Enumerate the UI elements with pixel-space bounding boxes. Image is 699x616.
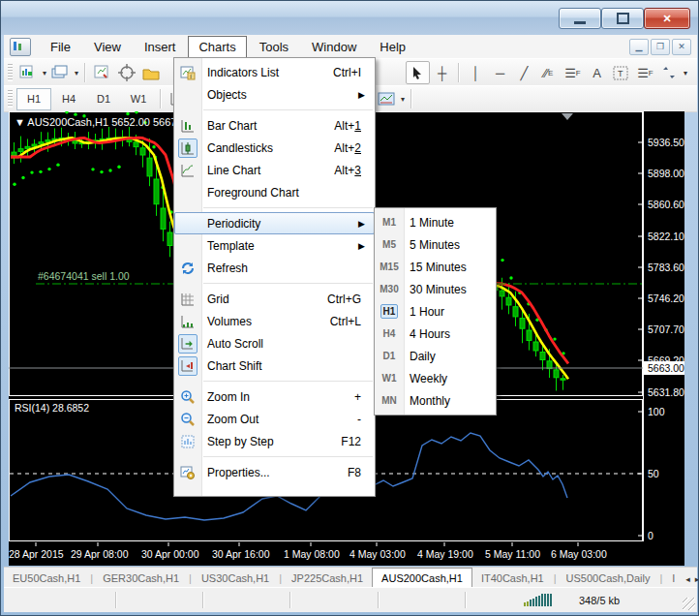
menu-tools[interactable]: Tools [249, 36, 299, 58]
chart-tab-aus200cash-h1[interactable]: AUS200Cash,H1 [372, 568, 472, 588]
menu-file[interactable]: File [40, 36, 81, 58]
chart-tab-jp225cash-h1[interactable]: JP225Cash,H1 [283, 570, 372, 588]
menu-item-shortcut: Ctrl+L [330, 315, 369, 328]
menu-item-properties[interactable]: Properties...F8 [174, 461, 375, 483]
mdi-restore-button[interactable]: ❐ [651, 39, 670, 55]
menu-item-candlesticks[interactable]: CandlesticksAlt+2 [174, 137, 375, 159]
connection-signal-icon [524, 594, 552, 606]
menu-item-shortcut: F12 [341, 435, 369, 448]
menu-view[interactable]: View [83, 36, 132, 58]
timeframe-h4-button[interactable]: H4 [51, 88, 86, 110]
menu-item-indicators-list[interactable]: fIndicators ListCtrl+I [174, 61, 375, 83]
menu-item-objects[interactable]: Objects▶ [174, 83, 375, 106]
text-label-button[interactable]: T [609, 61, 633, 84]
chart-tab-it40cash-h1[interactable]: IT40Cash,H1 [472, 570, 553, 588]
periodicity-item-d1[interactable]: D1Daily [375, 345, 496, 367]
crosshair-tool-button[interactable]: ┼ [430, 61, 454, 84]
periodicity-item-label: Monthly [404, 394, 450, 408]
timeframe-d1-button[interactable]: D1 [86, 88, 121, 110]
step-by-step-icon [174, 434, 201, 449]
menu-item-grid[interactable]: GridCtrl+G [174, 288, 375, 310]
periodicity-item-m15[interactable]: M1515 Minutes [375, 256, 496, 278]
maximize-button[interactable] [601, 8, 644, 29]
menu-item-zoom-in[interactable]: Zoom In+ [174, 385, 375, 408]
periodicity-item-m5[interactable]: M55 Minutes [375, 233, 496, 256]
periodicity-item-m1[interactable]: M11 Minute [375, 211, 496, 233]
trendline-button[interactable]: ╱ [512, 61, 536, 84]
timeframe-tag-mn: MN [375, 395, 404, 406]
title-bar[interactable]: ✕ [1, 1, 698, 35]
new-chart-button[interactable] [16, 61, 41, 84]
menu-item-zoom-out[interactable]: Zoom Out- [174, 408, 375, 430]
timeframe-tag-w1: W1 [375, 373, 404, 384]
menu-item-label: Objects [201, 88, 247, 102]
chart-tab-eu50cash-h1[interactable]: EU50Cash,H1 [4, 570, 89, 588]
timeframe-w1-button[interactable]: W1 [121, 88, 156, 110]
menu-item-auto-scroll[interactable]: Auto Scroll [174, 332, 375, 354]
menu-items: FileViewInsertChartsToolsWindowHelp [39, 36, 417, 58]
periodicity-item-m30[interactable]: M3030 Minutes [375, 278, 496, 300]
horizontal-line-button[interactable]: ─ [488, 61, 512, 84]
svg-text:1 May 08:00: 1 May 08:00 [284, 548, 340, 560]
mdi-minimize-button[interactable]: ▁ [629, 39, 649, 55]
cursor-tool-button[interactable] [406, 61, 430, 84]
menu-item-periodicity[interactable]: Periodicity▶ [174, 212, 375, 234]
close-button[interactable]: ✕ [644, 8, 690, 29]
tab-scroll-right[interactable]: ▸ [695, 574, 699, 588]
history-center-button[interactable] [138, 61, 163, 84]
tab-scroll-left[interactable]: ◂ [685, 574, 693, 588]
app-icon [10, 38, 31, 56]
arrows-button[interactable] [657, 61, 682, 84]
periodicity-item-mn[interactable]: MNMonthly [375, 389, 496, 412]
timeframe-tag-m30: M30 [375, 284, 404, 294]
svg-text:RSI(14) 28.6852: RSI(14) 28.6852 [15, 402, 89, 414]
periodicity-item-h1[interactable]: H11 Hour [375, 300, 496, 323]
menu-item-template[interactable]: Template▶ [174, 234, 375, 257]
svg-text:28 Apr 2015: 28 Apr 2015 [9, 548, 64, 560]
toolbar-grip[interactable] [8, 90, 13, 108]
toolbar-grip[interactable] [8, 64, 13, 81]
properties-icon [174, 465, 201, 480]
menu-item-bar-chart[interactable]: Bar ChartAlt+1 [174, 114, 375, 137]
equidistant-channel-button[interactable]: ⁄⁄E [536, 61, 561, 84]
crosshair-button[interactable] [114, 61, 138, 84]
minimize-button[interactable] [559, 8, 601, 29]
menu-item-volumes[interactable]: VolumesCtrl+L [174, 310, 375, 332]
profiles-button[interactable] [48, 61, 73, 84]
templates-button[interactable] [375, 87, 399, 110]
svg-text:30 Apr 16:00: 30 Apr 16:00 [212, 548, 270, 560]
menu-item-foreground-chart[interactable]: Foreground Chart [174, 181, 375, 203]
vertical-line-button[interactable]: │ [464, 61, 488, 84]
market-watch-button[interactable] [90, 61, 114, 84]
menu-window[interactable]: Window [301, 36, 367, 58]
chart-tab-i[interactable]: I [663, 570, 684, 588]
menu-item-line-chart[interactable]: Line ChartAlt+3 [174, 159, 375, 181]
periodicity-item-h4[interactable]: H44 Hours [375, 323, 496, 345]
arrows-icon [661, 66, 677, 79]
templates-dropdown[interactable]: ▾ [399, 95, 407, 104]
text-button[interactable]: A [585, 61, 609, 84]
menu-item-shortcut: Alt+3 [334, 164, 369, 177]
arrows-dropdown[interactable]: ▾ [682, 69, 689, 77]
menu-charts[interactable]: Charts [188, 36, 246, 58]
timeframe-h1-button[interactable]: H1 [16, 88, 51, 110]
menu-item-chart-shift[interactable]: Chart Shift [174, 354, 375, 377]
status-cell [203, 592, 290, 608]
periodicity-item-label: 1 Minute [404, 216, 454, 230]
menu-item-refresh[interactable]: Refresh [174, 257, 375, 279]
chart-tab-us500cash-daily[interactable]: US500Cash,Daily [558, 570, 659, 588]
submenu-arrow-icon: ▶ [358, 90, 369, 100]
fibonacci-retracement-button[interactable]: ☰F [561, 61, 585, 84]
chart-tab-us30cash-h1[interactable]: US30Cash,H1 [193, 570, 278, 588]
fibonacci-channel-button[interactable]: ☰F [633, 61, 657, 84]
menu-insert[interactable]: Insert [134, 36, 187, 58]
svg-text:50: 50 [648, 468, 659, 479]
periodicity-item-w1[interactable]: W1Weekly [375, 367, 496, 389]
new-chart-dropdown[interactable]: ▾ [41, 69, 48, 77]
mdi-close-button[interactable]: ✕ [672, 39, 691, 55]
resize-grip[interactable] [683, 598, 695, 610]
profiles-dropdown[interactable]: ▾ [73, 69, 80, 77]
menu-help[interactable]: Help [369, 36, 416, 58]
chart-tab-ger30cash-h1[interactable]: GER30Cash,H1 [94, 570, 188, 588]
menu-item-step-by-step[interactable]: Step by StepF12 [174, 430, 375, 452]
